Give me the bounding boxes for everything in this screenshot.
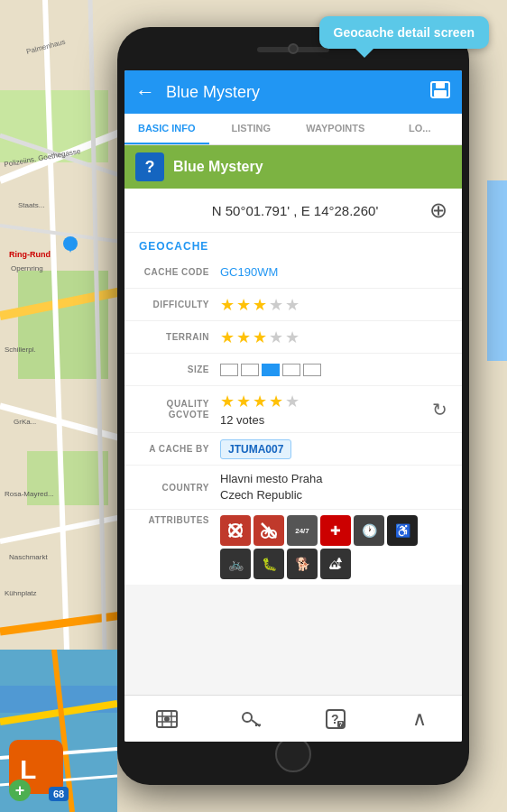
nav-key-button[interactable] <box>209 708 294 730</box>
locus-map-corner: L 68 + <box>0 650 117 812</box>
tab-listing[interactable]: LISTING <box>209 114 294 144</box>
info-table: CACHE CODE GC190WM DIFFICULTY ★ ★ ★ ★ ★ … <box>124 256 462 585</box>
back-button[interactable]: ← <box>135 80 155 104</box>
phone-camera <box>288 43 299 54</box>
diff-star-2: ★ <box>236 295 251 315</box>
size-row: SIZE <box>124 354 462 386</box>
terr-star-3: ★ <box>253 328 267 347</box>
svg-text:Staats...: Staats... <box>18 201 44 209</box>
svg-text:GrKa...: GrKa... <box>14 418 36 426</box>
size-box-2 <box>241 364 259 376</box>
cache-code-row: CACHE CODE GC190WM <box>124 256 462 289</box>
qual-star-2: ★ <box>236 392 251 411</box>
locus-add-button[interactable]: + <box>9 780 31 801</box>
tooltip-text: Geocache detail screen <box>334 25 475 40</box>
attr-icon-bug: 🐛 <box>254 549 284 579</box>
svg-text:?: ? <box>338 721 342 727</box>
size-label: SIZE <box>139 364 220 374</box>
svg-text:Schillerpl.: Schillerpl. <box>5 346 36 354</box>
country-value: Hlavni mesto PrahaCzech Republic <box>220 471 322 503</box>
country-row: COUNTRY Hlavni mesto PrahaCzech Republic <box>124 466 462 510</box>
terr-star-1: ★ <box>220 328 235 347</box>
attributes-label: ATTRIBUTES <box>139 515 220 525</box>
svg-text:Rosa-Mayred...: Rosa-Mayred... <box>5 490 54 498</box>
geocache-section-label: GEOCACHE <box>124 233 462 256</box>
terr-star-5: ★ <box>285 328 300 347</box>
size-box-5 <box>303 364 321 376</box>
attr-icon-accessible: ♿ <box>387 515 418 546</box>
attribute-icons: 24/7 ✚ 🕐 ♿ 🚲 🐛 <box>220 515 447 579</box>
attr-icon-no-atv <box>220 515 251 546</box>
qual-star-4: ★ <box>269 392 283 411</box>
cache-by-label: A CACHE BY <box>139 444 220 454</box>
difficulty-stars: ★ ★ ★ ★ ★ <box>220 295 300 315</box>
svg-text:Kühnplatz: Kühnplatz <box>5 589 37 597</box>
phone-frame: ← Blue Mystery BASIC INFO LISTING WAYPOI… <box>117 27 469 785</box>
svg-text:Ring-Rund: Ring-Rund <box>9 250 51 259</box>
svg-point-42 <box>243 713 252 722</box>
terrain-stars: ★ ★ ★ ★ ★ <box>220 328 300 347</box>
attr-icon-bicycle: 🚲 <box>220 549 251 579</box>
svg-text:Naschmarkt: Naschmarkt <box>9 553 48 561</box>
attr-icon-medical: ✚ <box>320 515 351 546</box>
svg-rect-28 <box>436 82 445 88</box>
nav-up-button[interactable]: ∧ <box>378 707 463 731</box>
attr-icon-no-bike <box>254 515 284 546</box>
attr-icon-dog: 🐕 <box>287 549 318 579</box>
attr-icon-24-7: 24/7 <box>287 515 318 546</box>
qual-star-5: ★ <box>285 392 300 411</box>
diff-star-5: ★ <box>285 295 300 315</box>
attributes-row: ATTRIBUTES <box>124 510 462 585</box>
quality-content: ★ ★ ★ ★ ★ 12 votes <box>220 392 432 427</box>
cache-type-icon: ? <box>135 152 164 181</box>
tab-log[interactable]: LO... <box>378 114 463 144</box>
save-icon[interactable] <box>429 81 451 104</box>
phone-screen: ← Blue Mystery BASIC INFO LISTING WAYPOI… <box>124 70 462 742</box>
app-header: ← Blue Mystery <box>124 70 462 114</box>
terr-star-4: ★ <box>269 328 283 347</box>
tab-basic-info[interactable]: BASIC INFO <box>124 114 209 144</box>
difficulty-row: DIFFICULTY ★ ★ ★ ★ ★ <box>124 289 462 321</box>
attr-icon-clock: 🕐 <box>354 515 384 546</box>
difficulty-label: DIFFICULTY <box>139 300 220 309</box>
diff-star-4: ★ <box>269 295 283 315</box>
svg-rect-29 <box>434 90 447 97</box>
target-icon[interactable]: ⊕ <box>429 198 447 223</box>
cache-banner: ? Blue Mystery <box>124 145 462 189</box>
diff-star-1: ★ <box>220 295 235 315</box>
bottom-nav: ? ? ∧ <box>124 695 462 742</box>
tabs-bar: BASIC INFO LISTING WAYPOINTS LO... <box>124 114 462 145</box>
coordinates-text: N 50°01.791' , E 14°28.260' <box>161 203 429 218</box>
coordinates-row: N 50°01.791' , E 14°28.260' ⊕ <box>124 189 462 233</box>
cache-by-value[interactable]: JTUMA007 <box>220 439 291 459</box>
cache-code-value[interactable]: GC190WM <box>220 265 278 279</box>
size-box-3 <box>262 364 280 376</box>
cache-code-label: CACHE CODE <box>139 267 220 277</box>
terrain-row: TERRAIN ★ ★ ★ ★ ★ <box>124 321 462 354</box>
svg-point-41 <box>164 716 170 722</box>
svg-rect-13 <box>487 180 507 361</box>
quality-votes: 12 votes <box>220 413 432 427</box>
terr-star-2: ★ <box>236 328 251 347</box>
quality-stars: ★ ★ ★ ★ ★ <box>220 392 432 411</box>
terrain-label: TERRAIN <box>139 332 220 342</box>
country-label: COUNTRY <box>139 483 220 493</box>
size-indicators <box>220 364 321 376</box>
header-title: Blue Mystery <box>166 83 419 102</box>
tooltip-bubble: Geocache detail screen <box>319 16 489 49</box>
qual-star-3: ★ <box>253 392 267 411</box>
attr-icon-camping: 🏕 <box>320 549 351 579</box>
nav-help-button[interactable]: ? ? <box>293 708 378 730</box>
cache-banner-name: Blue Mystery <box>173 159 263 175</box>
size-box-4 <box>282 364 300 376</box>
size-box-1 <box>220 364 238 376</box>
qual-star-1: ★ <box>220 392 235 411</box>
diff-star-3: ★ <box>253 295 267 315</box>
quality-row: QUALITYGCVOTE ★ ★ ★ ★ ★ 12 votes ↻ <box>124 386 462 433</box>
nav-map-button[interactable] <box>124 709 209 729</box>
tab-waypoints[interactable]: WAYPOINTS <box>293 114 378 144</box>
cache-by-row: A CACHE BY JTUMA007 <box>124 433 462 466</box>
quality-refresh-button[interactable]: ↻ <box>432 399 447 420</box>
phone-home-button[interactable] <box>275 736 311 772</box>
locus-badge: 68 <box>49 787 69 801</box>
